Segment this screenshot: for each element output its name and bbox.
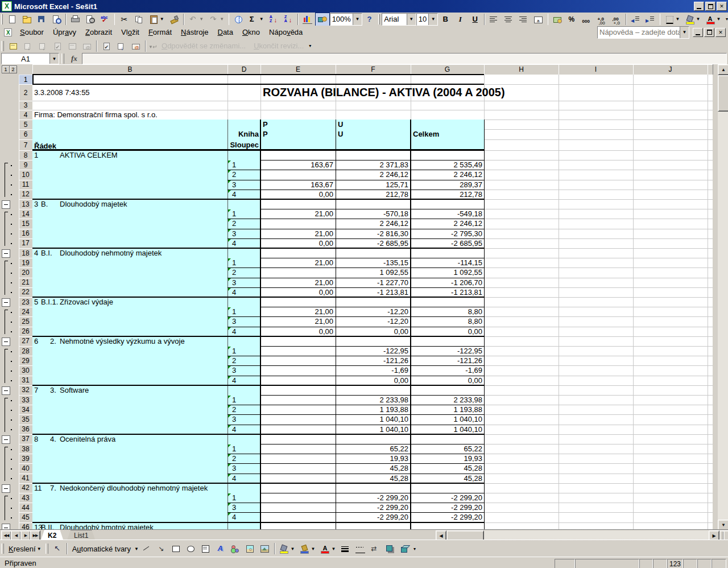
- arrow-style-button[interactable]: [368, 542, 383, 555]
- mail-recipient-button[interactable]: [129, 39, 143, 53]
- row-header-43[interactable]: 43: [19, 493, 33, 503]
- thousands-separator-button[interactable]: [580, 13, 594, 26]
- clip-art-button[interactable]: [243, 542, 258, 555]
- search-button[interactable]: [49, 13, 64, 26]
- decrease-indent-button[interactable]: [628, 13, 643, 26]
- row-header-29[interactable]: 29: [19, 356, 33, 366]
- send-to-review-button[interactable]: [114, 39, 129, 53]
- increase-indent-button[interactable]: [643, 13, 658, 26]
- row-header-19[interactable]: 19: [19, 258, 33, 268]
- arrow-button[interactable]: [154, 542, 169, 555]
- increase-decimal-button[interactable]: [594, 13, 609, 26]
- menu-okno[interactable]: Okno: [238, 26, 264, 38]
- draw-menu-button[interactable]: Kreslení▼: [6, 542, 44, 555]
- new-button[interactable]: [5, 13, 19, 26]
- outline-collapse-button[interactable]: [2, 524, 10, 529]
- section-row-18[interactable]: 4B.I.Dlouhodobý nehmotný majetek: [32, 248, 228, 258]
- shadow-style-button[interactable]: [383, 542, 398, 555]
- select-objects-button[interactable]: [50, 542, 65, 555]
- fill-color-button-dropdown[interactable]: ▼: [696, 17, 701, 22]
- row-header-18[interactable]: 18: [19, 248, 33, 258]
- row-header-2[interactable]: 2: [19, 84, 33, 101]
- currency-button[interactable]: [550, 13, 565, 26]
- section-row-42[interactable]: 117.Nedokončený dlouhodobý nehmotný maje…: [32, 483, 228, 493]
- row-header-9[interactable]: 9: [19, 160, 33, 170]
- font-color-button-dropdown[interactable]: ▼: [331, 546, 336, 551]
- zoom-combo-dropdown[interactable]: ▼: [353, 14, 362, 25]
- format-painter-button[interactable]: [167, 13, 181, 26]
- autosum-button[interactable]: ▼: [246, 13, 266, 26]
- restore-button[interactable]: [705, 2, 715, 11]
- help-button[interactable]: [362, 13, 377, 26]
- paste-button[interactable]: ▼: [146, 13, 167, 26]
- row-header-31[interactable]: 31: [19, 376, 33, 386]
- save-button[interactable]: [34, 13, 49, 26]
- menu-format[interactable]: Formát: [144, 26, 176, 38]
- section-row-13[interactable]: 3B.Dlouhodobý majetek: [32, 199, 228, 209]
- ask-a-question-box[interactable]: Nápověda – zadejte dotaz▼: [597, 26, 689, 39]
- outline-collapse-button[interactable]: [2, 337, 10, 346]
- menu-nastroje[interactable]: Nástroje: [176, 26, 213, 38]
- underline-button[interactable]: U: [468, 13, 482, 26]
- menu-soubor[interactable]: Soubor: [15, 26, 48, 38]
- row-header-37[interactable]: 37: [19, 434, 33, 444]
- row-header-13[interactable]: 13: [19, 199, 33, 209]
- text-box-button[interactable]: [198, 542, 213, 555]
- row-header-42[interactable]: 42: [19, 483, 33, 493]
- minimize-button[interactable]: [694, 2, 704, 11]
- outline-collapse-button[interactable]: [2, 298, 10, 307]
- row-header-38[interactable]: 38: [19, 444, 33, 454]
- font-size-combo[interactable]: 10▼: [416, 13, 438, 26]
- section-row-37[interactable]: 84.Ocenitelná práva: [32, 434, 228, 444]
- reviewing-toolbar-options[interactable]: ▾: [309, 43, 311, 48]
- vertical-scrollbar[interactable]: ▲▼: [718, 64, 728, 529]
- bold-button[interactable]: B: [438, 13, 453, 26]
- vscroll-track[interactable]: [718, 64, 728, 529]
- decrease-decimal-button[interactable]: [609, 13, 624, 26]
- column-header-I[interactable]: I: [559, 64, 634, 75]
- row-header-44[interactable]: 44: [19, 503, 33, 513]
- outline-collapse-button[interactable]: [2, 249, 10, 258]
- fill-color-button[interactable]: ▼: [682, 13, 703, 26]
- italic-button[interactable]: I: [453, 13, 468, 26]
- insert-picture-button[interactable]: [258, 542, 272, 555]
- ask-a-question-dropdown[interactable]: ▼: [680, 27, 689, 38]
- update-file-button[interactable]: [99, 39, 114, 53]
- row-header-23[interactable]: 23: [19, 297, 33, 307]
- outline-collapse-button[interactable]: [2, 200, 10, 209]
- menu-upravy[interactable]: Úpravy: [48, 26, 81, 38]
- row-header-15[interactable]: 15: [19, 219, 33, 229]
- row-header-41[interactable]: 41: [19, 474, 33, 484]
- insert-function-button[interactable]: fx: [67, 54, 82, 63]
- row-header-28[interactable]: 28: [19, 346, 33, 356]
- percent-button[interactable]: [565, 13, 580, 26]
- row-header-27[interactable]: 27: [19, 336, 33, 347]
- row-header-25[interactable]: 25: [19, 316, 33, 327]
- name-box-dropdown[interactable]: ▼: [49, 53, 59, 64]
- row-header-46[interactable]: 46: [19, 522, 33, 529]
- row-header-26[interactable]: 26: [19, 327, 33, 337]
- row-header-12[interactable]: 12: [19, 190, 33, 200]
- new-comment-button[interactable]: [6, 39, 20, 53]
- drawing-toolbar-options[interactable]: ▾: [413, 546, 416, 551]
- row-header-3[interactable]: 3: [19, 101, 33, 110]
- sheet-tab-k2[interactable]: K2: [41, 530, 63, 540]
- merge-center-button[interactable]: [531, 13, 546, 26]
- sheet-tab-list1[interactable]: List1: [67, 530, 95, 540]
- row-header-32[interactable]: 32: [19, 385, 33, 396]
- copy-button[interactable]: [131, 13, 146, 26]
- wordart-button[interactable]: [213, 542, 228, 555]
- line-button[interactable]: [139, 542, 154, 555]
- outline-level-2-button[interactable]: 2: [9, 65, 17, 73]
- print-preview-button[interactable]: [83, 13, 98, 26]
- menu-napoveda[interactable]: Nápověda: [264, 26, 307, 38]
- row-header-16[interactable]: 16: [19, 229, 33, 239]
- outline-collapse-button[interactable]: [2, 484, 10, 493]
- paste-button-dropdown[interactable]: ▼: [160, 17, 164, 22]
- workbook-icon[interactable]: [3, 28, 13, 37]
- row-header-10[interactable]: 10: [19, 170, 33, 180]
- 3d-style-button[interactable]: [398, 542, 412, 555]
- zoom-combo[interactable]: 100%▼: [330, 13, 362, 26]
- borders-button[interactable]: ▼: [662, 13, 682, 26]
- cut-button[interactable]: [117, 13, 131, 26]
